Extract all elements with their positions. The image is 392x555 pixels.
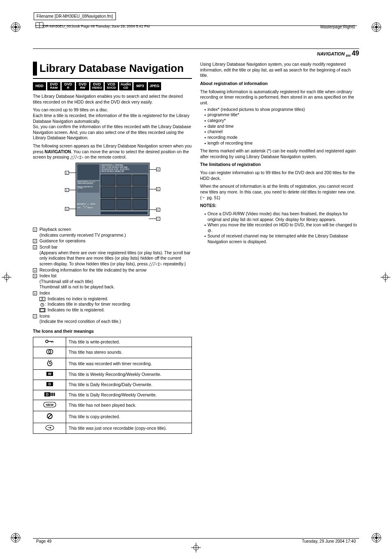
svg-text:W: W [48, 372, 51, 376]
thumbnail-grid [101, 175, 148, 210]
format-badges: HDD DVDRAM DVDR DVDRW DVDVIDEO VCDSVCD A… [33, 82, 192, 90]
notes-list: Once a DVD-R/RW (Video mode) disc has be… [200, 211, 359, 245]
body-text: You can register information up to 99 ti… [200, 170, 359, 181]
page-title: Library Database Navigation [33, 62, 192, 76]
svg-line-47 [51, 360, 51, 361]
key-icon [45, 339, 55, 345]
callout-6: 6 [156, 208, 160, 212]
divider [33, 538, 359, 539]
svg-rect-54 [51, 393, 52, 396]
new-icon: NEW [43, 402, 56, 409]
svg-point-37 [46, 340, 48, 343]
subheading: About registration of information [200, 81, 359, 87]
daily-icon: D [46, 382, 54, 388]
bullet-list: index* (reduced pictures to show program… [200, 107, 359, 146]
badge-hdd: HDD [33, 82, 46, 90]
icons-heading: The Icons and their meanings [33, 329, 192, 334]
footer-date: Tuesday, 29 June 2004 17:40 [302, 539, 356, 543]
page-number: 49 [352, 50, 359, 57]
clock-icon [39, 303, 45, 307]
stereo-icon [46, 349, 53, 356]
svg-line-45 [50, 364, 51, 364]
icons-table: This title is write-protected. This titl… [33, 337, 192, 434]
right-column: Using Library Database Navigation system… [200, 62, 359, 434]
body-text: When the amount of information is at the… [200, 184, 359, 200]
clock-icon [46, 360, 53, 368]
body-text: The Library Database Navigation enables … [33, 94, 192, 105]
tv-scrollbar [101, 212, 148, 214]
copy-once-icon [45, 425, 54, 432]
svg-rect-36 [40, 309, 44, 311]
registration-mark-icon [371, 22, 381, 32]
crosshair-icon [2, 272, 12, 282]
svg-point-31 [42, 298, 43, 299]
svg-line-46 [48, 360, 49, 361]
badge-mp3: MP3 [134, 82, 147, 90]
badge-dvd-r: DVDR [62, 82, 75, 90]
footer-page: Page 49 [36, 539, 51, 543]
callout-4: 4 [156, 168, 160, 171]
prohibit-icon [46, 413, 53, 421]
book-icon [35, 21, 44, 30]
tv-preview-pane [77, 164, 99, 180]
body-text: You can record up to 99 titles on a disc… [33, 107, 192, 141]
registration-mark-icon [11, 533, 21, 543]
callout-5: 5 [156, 187, 160, 191]
tv-guide-text: SELECT WITH [ ▲▼◄► ] THEN PRESS [ENTER] … [77, 181, 99, 193]
badge-jpeg: JPEG [148, 82, 161, 90]
body-text: Using Library Database Navigation system… [200, 62, 359, 78]
tv-header: NAVIGATION ▸ ORIGINAL HDD 1 FISH WORLD 1… [101, 164, 148, 173]
person-box-icon [39, 297, 45, 301]
callout-3: 3 [65, 207, 69, 211]
subheading: The limitations of registration [200, 162, 359, 168]
registration-mark-icon [371, 533, 381, 543]
svg-rect-55 [52, 393, 53, 396]
tv-enter-guide: NAVIGATION ▲ ENTER ◄ ○ ► EXIT ▼ SELECT [77, 203, 99, 209]
badge-vcd-svcd: VCDSVCD [105, 82, 118, 90]
crosshair-icon [191, 543, 201, 553]
section-name: NAVIGATION [317, 51, 345, 56]
svg-text:D: D [46, 392, 48, 396]
callout-7: 7 [156, 217, 160, 221]
registration-mark-icon [11, 22, 21, 32]
body-text: The following information is automatical… [200, 89, 359, 106]
svg-line-34 [42, 305, 43, 305]
blank-box-icon [39, 308, 45, 312]
callout-1: 1 [65, 171, 69, 175]
book-header-text: DR-MH30EU_00.book Page 49 Tuesday, June … [43, 24, 150, 28]
divider [33, 78, 192, 79]
numbered-list: 1Playback screen(Indicates currently rec… [33, 227, 192, 325]
filename-box: Filename [DR-MH30EU_08Navigation.fm] [34, 12, 116, 20]
daily-weekly-icon: D [44, 392, 56, 398]
svg-text:D: D [48, 382, 51, 386]
weekly-icon: W [46, 371, 54, 378]
lang-label: EN [346, 54, 350, 58]
badge-dvd-video: DVDVIDEO [90, 82, 104, 90]
callout-2: 2 [65, 188, 69, 192]
section-header: NAVIGATION EN 49 [33, 50, 359, 58]
left-column: Library Database Navigation HDD DVDRAM D… [33, 62, 192, 434]
svg-rect-56 [54, 393, 55, 396]
svg-text:NEW: NEW [46, 403, 53, 407]
body-text: The items marked with an asterisk (*) ca… [200, 148, 359, 159]
badge-dvd-ram: DVDRAM [47, 82, 60, 90]
badge-dvd-rw: DVDRW [76, 82, 89, 90]
badge-audio-cd: AudioCD [119, 82, 132, 90]
divider [33, 48, 359, 49]
body-text: The following screen appears as the Libr… [33, 143, 192, 160]
svg-line-60 [48, 415, 51, 418]
notes-heading: NOTES: [200, 203, 359, 209]
tv-screenshot: NAVIGATION ▸ ORIGINAL HDD 1 FISH WORLD 1… [59, 163, 166, 224]
crosshair-icon [380, 272, 390, 282]
